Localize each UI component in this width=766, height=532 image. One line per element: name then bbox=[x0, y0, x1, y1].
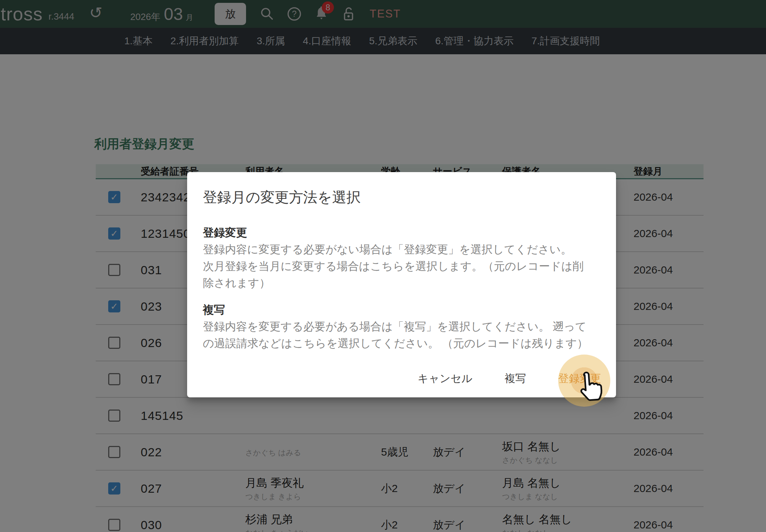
hand-cursor-icon bbox=[575, 370, 605, 404]
change-method-dialog: 登録月の変更方法を選択 登録変更登録内容に変更する必要がない場合は「登録変更」を… bbox=[187, 172, 616, 397]
dialog-section-body: 登録内容を変更する必要がある場合は「複写」を選択してください。 遡って の過誤請… bbox=[203, 318, 600, 352]
dialog-section-heading: 登録変更 bbox=[203, 224, 600, 241]
dialog-section-body: 登録内容に変更する必要がない場合は「登録変更」を選択してください。 次月登録を当… bbox=[203, 241, 600, 291]
dialog-title: 登録月の変更方法を選択 bbox=[203, 187, 600, 207]
dialog-section-heading: 複写 bbox=[203, 301, 600, 318]
dialog-body: 登録変更登録内容に変更する必要がない場合は「登録変更」を選択してください。 次月… bbox=[203, 224, 600, 352]
copy-button[interactable]: 複写 bbox=[500, 368, 530, 390]
cancel-button[interactable]: キャンセル bbox=[413, 368, 477, 390]
